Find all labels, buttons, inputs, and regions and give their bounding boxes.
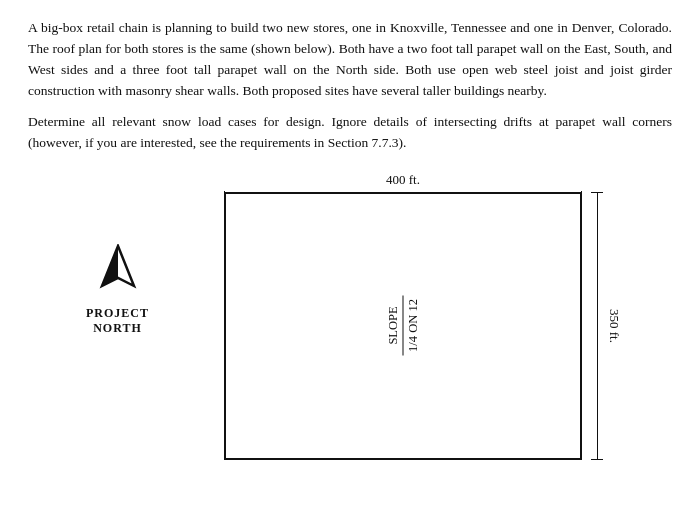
- north-arrow: PROJECTNORTH: [86, 244, 149, 337]
- dimension-right: 350 ft.: [590, 192, 624, 460]
- slope-ratio-text: 1/4 ON 12: [406, 299, 421, 352]
- slope-text: SLOPE: [386, 306, 401, 344]
- slope-divider: [403, 296, 404, 356]
- north-arrow-icon: [96, 244, 140, 304]
- slope-label-container: SLOPE 1/4 ON 12: [224, 192, 582, 460]
- north-label-text: PROJECTNORTH: [86, 306, 149, 337]
- roof-plan-diagram: 400 ft. SLOPE 1/4 ON 12: [28, 164, 672, 494]
- paragraph-2: Determine all relevant snow load cases f…: [28, 112, 672, 154]
- dimension-right-label: 350 ft.: [606, 309, 622, 343]
- dimension-top-label: 400 ft.: [386, 172, 420, 188]
- paragraph-1: A big-box retail chain is planning to bu…: [28, 18, 672, 102]
